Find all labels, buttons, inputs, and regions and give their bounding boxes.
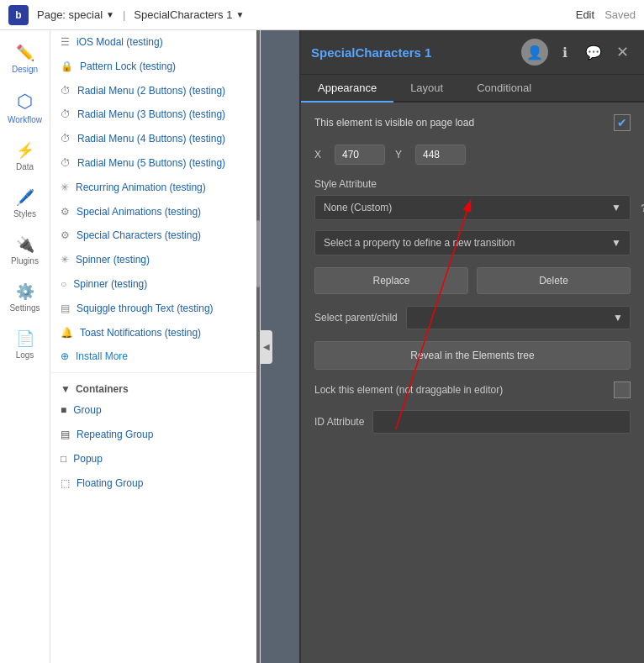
nav-label-plugins: Plugins [11, 256, 39, 266]
chat-icon-btn[interactable]: 💬 [582, 40, 605, 64]
item-label: Radial Menu (4 Buttons) (testing) [77, 132, 225, 146]
help-icon: ? [641, 202, 644, 214]
bell-icon: 🔔 [61, 326, 73, 340]
containers-label: Containers [76, 383, 129, 395]
list-item-radial-5[interactable]: ⏱ Radial Menu (5 Buttons) (testing) [50, 151, 260, 176]
list-item-recurring[interactable]: ✳ Recurring Animation (testing) [50, 176, 260, 200]
menu-icon: ☰ [61, 35, 70, 50]
list-item-radial-4[interactable]: ⏱ Radial Menu (4 Buttons) (testing) [50, 127, 260, 151]
id-attribute-row: ID Attribute [314, 410, 631, 434]
nav-item-logs[interactable]: 📄 Logs [0, 321, 50, 368]
settings-icon: ⚙️ [16, 282, 34, 301]
lock-checkbox[interactable] [614, 381, 631, 398]
x-input[interactable] [335, 145, 385, 165]
styles-icon: 🖊️ [16, 188, 34, 207]
modal-title-text: SpecialCharacters [311, 45, 421, 60]
saved-status: Saved [604, 8, 636, 21]
modal-header: SpecialCharacters 1 👤 ℹ 💬 [301, 30, 644, 75]
coordinates-row: X Y [314, 145, 631, 165]
tab-layout[interactable]: Layout [393, 75, 460, 103]
nav-item-design[interactable]: ✏️ Design [0, 35, 50, 82]
modal-title: SpecialCharacters 1 [311, 45, 431, 60]
item-label: Squiggle through Text (testing) [77, 302, 214, 316]
topbar-actions: Edit Saved [576, 8, 636, 21]
item-label: Repeating Group [77, 428, 153, 442]
asterisk-icon: ✳ [61, 253, 69, 267]
item-label: Toast Notifications (testing) [80, 326, 201, 340]
list-item-toast[interactable]: 🔔 Toast Notifications (testing) [50, 321, 260, 345]
list-item-install[interactable]: ⊕ Install More [50, 345, 260, 369]
parent-child-row: Select parent/child ▼ [314, 306, 631, 329]
tab-appearance-label: Appearance [318, 82, 377, 94]
y-input[interactable] [415, 145, 466, 165]
parent-child-dropdown[interactable]: ▼ [406, 306, 631, 329]
timer-icon: ⏱ [61, 132, 71, 146]
chevron-down-icon: ▼ [611, 202, 621, 213]
chevron-down-icon: ▼ [61, 383, 71, 395]
lock-icon: 🔒 [61, 60, 73, 74]
canvas-area: SpecialCharacters 1 👤 ℹ 💬 [261, 30, 644, 663]
item-label: Radial Menu (5 Buttons) (testing) [77, 156, 225, 171]
component-selector[interactable]: SpecialCharacters 1 ▼ [134, 8, 244, 21]
transition-dropdown[interactable]: Select a property to define a new transi… [314, 230, 631, 255]
modal-title-suffix: 1 [425, 45, 431, 60]
list-item-group[interactable]: ■ Group [50, 398, 260, 423]
chevron-down-icon: ▼ [235, 10, 244, 19]
lines-icon: ▤ [61, 302, 70, 316]
action-buttons-row: Replace Delete [314, 267, 631, 294]
delete-button[interactable]: Delete [477, 267, 631, 294]
nav-item-styles[interactable]: 🖊️ Styles [0, 180, 50, 227]
plus-circle-icon: ⊕ [61, 350, 69, 364]
edit-button[interactable]: Edit [576, 8, 594, 21]
nav-item-data[interactable]: ⚡ Data [0, 133, 50, 180]
reveal-button[interactable]: Reveal in the Elements tree [314, 341, 631, 370]
list-item-spinner-2[interactable]: ○ Spinner (testing) [50, 272, 260, 297]
list-item-special-chars[interactable]: ⚙ Special Characters (testing) [50, 224, 260, 248]
tab-conditional-label: Conditional [477, 82, 531, 94]
nav-item-settings[interactable]: ⚙️ Settings [0, 274, 50, 321]
transition-dropdown-value: Select a property to define a new transi… [324, 237, 515, 249]
item-label: Recurring Animation (testing) [76, 181, 206, 195]
id-attribute-input[interactable] [372, 410, 631, 434]
visibility-label: This element is visible on page load [314, 117, 474, 129]
replace-button[interactable]: Replace [314, 267, 468, 294]
tab-appearance[interactable]: Appearance [301, 75, 393, 103]
list-item-squiggle[interactable]: ▤ Squiggle through Text (testing) [50, 297, 260, 321]
list-item-repeating-group[interactable]: ▤ Repeating Group [50, 423, 260, 447]
collapse-handle[interactable]: ◀ [261, 330, 272, 364]
info-icon-btn[interactable]: ℹ [553, 40, 577, 64]
style-attribute-dropdown[interactable]: None (Custom) ▼ [314, 195, 631, 220]
list-item-radial-3[interactable]: ⏱ Radial Menu (3 Buttons) (testing) [50, 103, 260, 127]
visibility-checkbox[interactable]: ✔ [614, 114, 631, 131]
profile-icon-btn[interactable]: 👤 [521, 39, 548, 66]
style-dropdown-value: None (Custom) [324, 202, 392, 213]
containers-section[interactable]: ▼ Containers [50, 376, 260, 398]
list-item-floating-group[interactable]: ⬚ Floating Group [50, 471, 260, 496]
item-label: Radial Menu (3 Buttons) (testing) [77, 108, 225, 122]
timer-icon: ⏱ [61, 84, 71, 98]
page-selector[interactable]: Page: special ▼ [37, 8, 114, 21]
list-item-popup[interactable]: □ Popup [50, 447, 260, 471]
nav-item-workflow[interactable]: ⬡ Workflow [0, 82, 50, 133]
list-item-ios-modal[interactable]: ☰ iOS Modal (testing) [50, 30, 260, 55]
plugin-panel: ☰ iOS Modal (testing) 🔒 Pattern Lock (te… [50, 30, 261, 663]
list-item-pattern-lock[interactable]: 🔒 Pattern Lock (testing) [50, 55, 260, 79]
logs-icon: 📄 [16, 329, 34, 348]
nav-item-plugins[interactable]: 🔌 Plugins [0, 227, 50, 274]
timer-icon: ⏱ [61, 108, 71, 122]
page-label: Page: special [37, 8, 103, 21]
list-item-special-anim[interactable]: ⚙ Special Animations (testing) [50, 200, 260, 224]
logo: b [8, 5, 29, 25]
scrollbar[interactable] [256, 30, 260, 663]
item-label: Group [73, 403, 101, 418]
close-icon-btn[interactable]: ✕ [610, 40, 634, 64]
square-icon: ■ [61, 403, 66, 418]
scroll-thumb[interactable] [256, 220, 260, 287]
list-item-radial-2[interactable]: ⏱ Radial Menu (2 Buttons) (testing) [50, 79, 260, 103]
id-attribute-label: ID Attribute [314, 416, 364, 428]
chevron-down-icon: ▼ [613, 312, 623, 324]
gear-icon: ⚙ [61, 205, 70, 219]
profile-icon: 👤 [526, 45, 543, 61]
list-item-spinner-1[interactable]: ✳ Spinner (testing) [50, 248, 260, 272]
tab-conditional[interactable]: Conditional [460, 75, 548, 103]
